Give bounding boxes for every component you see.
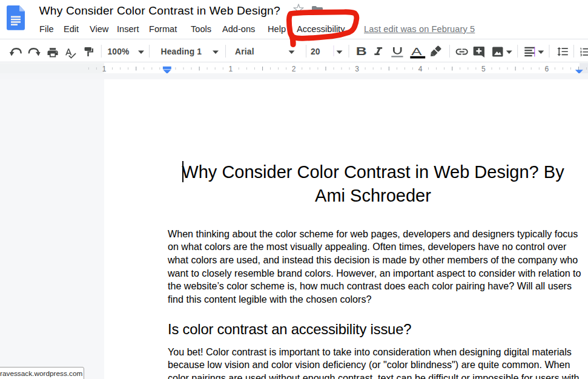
svg-text:1: 1 — [228, 65, 233, 73]
svg-text:100%: 100% — [108, 47, 130, 56]
svg-text:4: 4 — [418, 65, 423, 73]
svg-text:6: 6 — [544, 65, 549, 73]
svg-text:3: 3 — [355, 65, 359, 73]
svg-text:5: 5 — [481, 65, 486, 73]
svg-text:A: A — [411, 46, 422, 58]
svg-text:Heading 1: Heading 1 — [161, 47, 202, 56]
svg-text:1: 1 — [102, 65, 107, 73]
svg-text:Arial: Arial — [235, 47, 254, 56]
svg-text:2: 2 — [292, 65, 296, 73]
